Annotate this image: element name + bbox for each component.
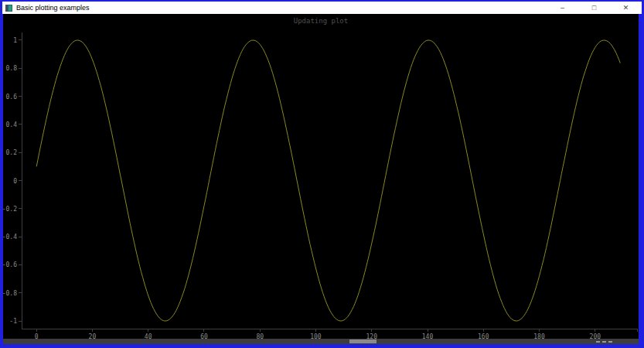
y-tick-label: 0.6 (6, 94, 18, 101)
window-controls: – □ ✕ (547, 2, 642, 14)
y-tick-label: -1 (9, 318, 17, 325)
y-tick-label: -0.4 (3, 234, 17, 241)
maximize-button[interactable]: □ (578, 2, 610, 14)
y-tick-label: 0.4 (6, 121, 18, 128)
plot-window-content: 02040608010012014016018020010.80.60.40.2… (3, 14, 639, 344)
y-tick-label: 0.2 (6, 149, 18, 156)
app-icon (5, 5, 12, 12)
titlebar[interactable]: Basic plotting examples – □ ✕ (2, 2, 642, 14)
window-title: Basic plotting examples (16, 2, 547, 14)
y-tick-label: 0.8 (6, 65, 18, 72)
y-tick-label: -0.2 (3, 206, 17, 213)
horizontal-scrollbar[interactable] (3, 339, 639, 344)
y-tick-label: -0.8 (3, 290, 17, 297)
scrollbar-thumb[interactable] (349, 339, 377, 343)
minimize-button[interactable]: – (547, 2, 578, 14)
plot-canvas[interactable]: 02040608010012014016018020010.80.60.40.2… (3, 14, 639, 344)
y-tick-label: 0 (13, 178, 17, 185)
close-button[interactable]: ✕ (610, 2, 642, 14)
app-icon-pixel (8, 5, 12, 12)
app-window: Basic plotting examples – □ ✕ 0204060801… (0, 0, 644, 348)
y-tick-label: 1 (13, 37, 17, 44)
scrollbar-corner-marks (596, 340, 612, 343)
y-tick-label: -0.6 (3, 261, 17, 268)
sine-curve (36, 40, 620, 321)
